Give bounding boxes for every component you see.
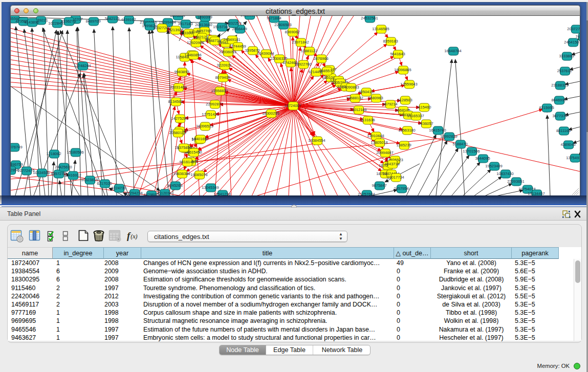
svg-text:9983893: 9983893 — [174, 70, 189, 74]
svg-text:24532561: 24532561 — [361, 16, 378, 20]
svg-text:23188315: 23188315 — [551, 83, 568, 87]
svg-text:20772475: 20772475 — [17, 168, 34, 173]
svg-text:16396513: 16396513 — [196, 124, 213, 128]
svg-text:4143890: 4143890 — [24, 20, 39, 25]
svg-text:10323815: 10323815 — [81, 178, 98, 182]
svg-text:13754919: 13754919 — [566, 156, 580, 160]
svg-text:2537611: 2537611 — [557, 69, 572, 73]
svg-text:8336273: 8336273 — [61, 19, 76, 24]
svg-text:24425670: 24425670 — [55, 165, 72, 169]
svg-text:8369062: 8369062 — [285, 30, 299, 34]
svg-text:19085076: 19085076 — [190, 172, 207, 177]
svg-text:17559643: 17559643 — [400, 82, 417, 86]
svg-text:6357277: 6357277 — [51, 171, 66, 176]
svg-text:20031404: 20031404 — [169, 85, 186, 90]
svg-text:18724007: 18724007 — [284, 103, 301, 108]
svg-text:1890399: 1890399 — [197, 16, 212, 19]
svg-text:15076749: 15076749 — [11, 145, 23, 149]
svg-text:3677374: 3677374 — [552, 114, 567, 118]
svg-text:13146585: 13146585 — [372, 27, 389, 31]
svg-text:9436057: 9436057 — [418, 121, 433, 126]
svg-text:3644095: 3644095 — [475, 156, 490, 161]
svg-text:19832259: 19832259 — [224, 21, 241, 26]
svg-text:6457765: 6457765 — [197, 29, 211, 33]
svg-text:19523409: 19523409 — [485, 164, 502, 168]
svg-text:4439167: 4439167 — [121, 17, 136, 22]
svg-text:8646997: 8646997 — [551, 98, 566, 102]
svg-text:14401657: 14401657 — [191, 137, 208, 141]
svg-text:13134457: 13134457 — [528, 191, 545, 195]
svg-text:1218062: 1218062 — [46, 151, 61, 156]
svg-text:22806503: 22806503 — [274, 23, 291, 27]
svg-text:8806804: 8806804 — [170, 16, 185, 18]
svg-text:15165337: 15165337 — [407, 114, 424, 118]
svg-text:2876966: 2876966 — [313, 56, 328, 61]
svg-text:4050413: 4050413 — [358, 90, 373, 94]
svg-text:20994697: 20994697 — [376, 150, 393, 155]
svg-text:11558837: 11558837 — [211, 89, 228, 93]
svg-text:13910648: 13910648 — [367, 134, 384, 138]
svg-text:24641507: 24641507 — [564, 40, 580, 45]
svg-text:19017734: 19017734 — [387, 175, 404, 180]
svg-text:20372723: 20372723 — [567, 27, 580, 31]
svg-text:14460856: 14460856 — [184, 53, 201, 57]
svg-text:18922760: 18922760 — [294, 62, 311, 67]
svg-text:9816145: 9816145 — [179, 160, 194, 164]
svg-text:24090883: 24090883 — [342, 85, 359, 90]
svg-text:4843718: 4843718 — [384, 162, 399, 166]
svg-text:8359183: 8359183 — [383, 39, 398, 43]
svg-text:4389045: 4389045 — [560, 142, 575, 147]
svg-text:3220921: 3220921 — [216, 63, 231, 68]
svg-text:8224730: 8224730 — [111, 186, 126, 190]
svg-text:12416912: 12416912 — [64, 173, 81, 178]
svg-text:10334531: 10334531 — [33, 170, 50, 175]
svg-text:13701506: 13701506 — [463, 149, 480, 154]
svg-text:4429607: 4429607 — [143, 192, 158, 195]
svg-text:8489709: 8489709 — [85, 19, 100, 24]
svg-text:20813640: 20813640 — [195, 23, 212, 27]
svg-text:9115460: 9115460 — [417, 105, 431, 110]
svg-text:9875847: 9875847 — [372, 183, 386, 188]
svg-text:2580963: 2580963 — [368, 96, 383, 100]
svg-text:5641643: 5641643 — [390, 52, 405, 56]
svg-text:13045349: 13045349 — [202, 185, 219, 190]
svg-text:(x): (x) — [130, 233, 138, 240]
svg-text:4679214: 4679214 — [382, 102, 397, 106]
svg-text:21012166: 21012166 — [350, 107, 366, 112]
svg-text:8811165: 8811165 — [556, 128, 571, 133]
svg-text:16648784: 16648784 — [444, 49, 461, 53]
svg-text:13748244: 13748244 — [74, 63, 91, 68]
svg-text:5682115: 5682115 — [105, 16, 120, 21]
svg-text:19563180: 19563180 — [398, 128, 415, 133]
svg-text:24549181: 24549181 — [223, 37, 240, 42]
svg-text:19836388: 19836388 — [173, 171, 190, 176]
svg-text:19384554: 19384554 — [308, 138, 325, 143]
svg-text:8079409: 8079409 — [215, 75, 230, 80]
svg-text:15375853: 15375853 — [175, 145, 191, 150]
svg-text:21439044: 21439044 — [257, 51, 274, 56]
svg-text:12541238: 12541238 — [213, 192, 230, 195]
svg-text:3131636: 3131636 — [360, 118, 375, 122]
svg-text:16415740: 16415740 — [429, 128, 446, 133]
svg-text:18992829: 18992829 — [440, 134, 457, 139]
svg-text:1385239: 1385239 — [396, 143, 411, 147]
svg-text:14275203: 14275203 — [171, 116, 188, 121]
svg-text:22744459: 22744459 — [229, 44, 246, 49]
svg-text:18096865: 18096865 — [394, 68, 411, 72]
svg-text:8215955: 8215955 — [539, 105, 554, 110]
svg-text:7671884: 7671884 — [266, 16, 281, 20]
svg-text:6217026: 6217026 — [97, 181, 112, 186]
svg-text:8134562: 8134562 — [168, 99, 183, 104]
svg-text:13805018: 13805018 — [371, 140, 387, 145]
svg-text:22093651: 22093651 — [507, 179, 524, 184]
svg-text:12294238: 12294238 — [125, 191, 142, 195]
svg-text:3333883: 3333883 — [559, 54, 574, 58]
svg-text:21200396: 21200396 — [241, 16, 257, 17]
svg-text:18300295: 18300295 — [262, 111, 279, 116]
svg-text:10837430: 10837430 — [496, 171, 513, 176]
svg-text:15180586: 15180586 — [67, 150, 83, 155]
svg-text:17751421: 17751421 — [202, 112, 219, 117]
svg-text:20580115: 20580115 — [169, 130, 186, 135]
svg-text:5188470: 5188470 — [452, 142, 467, 146]
svg-text:21257684: 21257684 — [358, 192, 375, 195]
